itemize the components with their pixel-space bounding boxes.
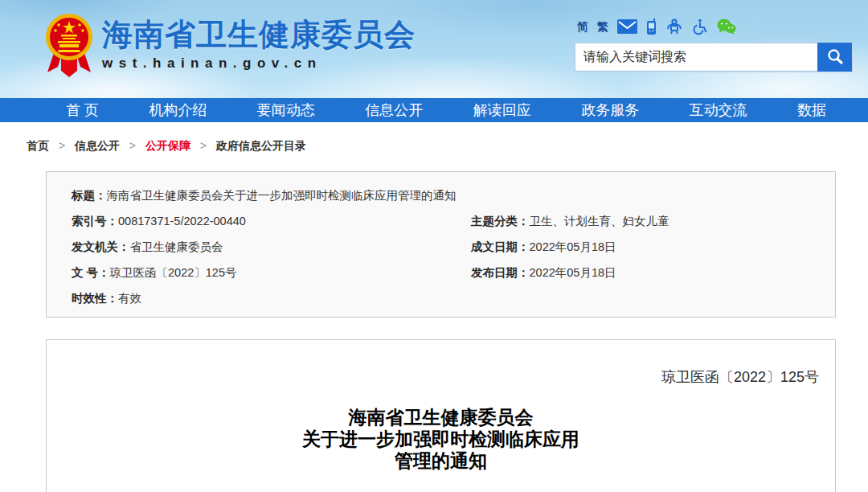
meta-index-number: 索引号： 00817371-5/2022-00440	[72, 208, 471, 234]
meta-date-pub-label: 发布日期：	[471, 260, 530, 285]
breadcrumb-separator: >	[129, 139, 136, 152]
meta-validity: 时效性： 有效	[72, 285, 141, 311]
search-button[interactable]	[817, 43, 852, 72]
document-title-line-3: 管理的通知	[395, 450, 487, 471]
search-input[interactable]	[575, 43, 817, 72]
meta-row-agency: 发文机关： 省卫生健康委员会 成文日期： 2022年05月18日	[72, 234, 835, 260]
meta-title: 标题： 海南省卫生健康委员会关于进一步加强即时检测临床应用管理的通知	[72, 182, 457, 208]
meta-date-written-value: 2022年05月18日	[530, 234, 616, 260]
page: 海南省卫生健康委员会 wst.hainan.gov.cn 简 繁	[0, 0, 868, 492]
quick-icons-row: 简 繁	[577, 18, 852, 35]
meta-index-label: 索引号：	[72, 208, 118, 234]
breadcrumb-gov-info-catalog[interactable]: 政府信息公开目录	[216, 139, 306, 152]
breadcrumb: 首页 > 信息公开 > 公开保障 > 政府信息公开目录	[0, 122, 868, 154]
document-title-line-2: 关于进一步加强即时检测临床应用	[302, 428, 579, 449]
site-title: 海南省卫生健康委员会	[102, 19, 416, 51]
nav-item-interaction[interactable]: 互动交流	[690, 98, 747, 122]
meta-title-label: 标题：	[72, 182, 107, 208]
meta-row-title: 标题： 海南省卫生健康委员会关于进一步加强即时检测临床应用管理的通知	[72, 182, 835, 208]
nav-item-info-disclosure[interactable]: 信息公开	[365, 98, 423, 122]
meta-topic-label: 主题分类：	[471, 208, 530, 234]
header-right: 简 繁	[575, 18, 852, 72]
meta-agency-label: 发文机关：	[72, 234, 130, 260]
main-nav: 首 页 机构介绍 要闻动态 信息公开 解读回应 政务服务 互动交流 数据	[0, 98, 868, 122]
meta-validity-label: 时效性：	[72, 285, 118, 311]
nav-item-gov-services[interactable]: 政务服务	[581, 98, 639, 122]
nav-item-org-intro[interactable]: 机构介绍	[149, 98, 207, 122]
site-header: 海南省卫生健康委员会 wst.hainan.gov.cn 简 繁	[0, 0, 868, 98]
wheelchair-accessibility-icon[interactable]	[692, 18, 708, 35]
meta-doc-number: 文 号： 琼卫医函〔2022〕125号	[72, 260, 471, 285]
breadcrumb-home[interactable]: 首页	[27, 139, 49, 152]
breadcrumb-info-disclosure[interactable]: 信息公开	[75, 139, 120, 152]
nav-item-news[interactable]: 要闻动态	[257, 98, 315, 122]
nav-item-data[interactable]: 数据	[797, 98, 826, 122]
meta-doc-no-label: 文 号：	[72, 260, 110, 285]
meta-topic-value: 卫生、计划生育、妇女儿童	[530, 208, 669, 234]
meta-agency-value: 省卫生健康委员会	[130, 234, 223, 260]
document-title-line-1: 海南省卫生健康委员会	[349, 407, 534, 428]
document-meta-box: 标题： 海南省卫生健康委员会关于进一步加强即时检测临床应用管理的通知 索引号： …	[46, 171, 836, 318]
meta-date-pub-value: 2022年05月18日	[530, 260, 616, 285]
breadcrumb-separator: >	[200, 139, 207, 152]
nav-item-interpretation[interactable]: 解读回应	[473, 98, 531, 122]
lang-simplified-button[interactable]: 简	[577, 18, 588, 35]
national-emblem-logo	[44, 13, 94, 82]
meta-issuing-agency: 发文机关： 省卫生健康委员会	[72, 234, 471, 260]
mail-icon[interactable]	[617, 19, 637, 34]
meta-row-index: 索引号： 00817371-5/2022-00440 主题分类： 卫生、计划生育…	[72, 208, 835, 234]
meta-row-doc-number: 文 号： 琼卫医函〔2022〕125号 发布日期： 2022年05月18日	[72, 260, 835, 285]
brand-text: 海南省卫生健康委员会 wst.hainan.gov.cn	[102, 13, 416, 72]
meta-doc-no-value: 琼卫医函〔2022〕125号	[110, 260, 237, 285]
document-reference-number: 琼卫医函〔2022〕125号	[47, 367, 835, 387]
meta-index-value: 00817371-5/2022-00440	[118, 208, 246, 234]
site-brand[interactable]: 海南省卫生健康委员会 wst.hainan.gov.cn	[44, 13, 416, 82]
meta-date-written: 成文日期： 2022年05月18日	[471, 234, 616, 260]
breadcrumb-public-guarantee[interactable]: 公开保障	[145, 139, 190, 152]
mobile-phone-icon[interactable]	[646, 18, 657, 35]
meta-title-value: 海南省卫生健康委员会关于进一步加强即时检测临床应用管理的通知	[107, 182, 457, 208]
lang-traditional-button[interactable]: 繁	[597, 18, 608, 35]
wechat-icon[interactable]	[717, 18, 736, 35]
meta-topic-category: 主题分类： 卫生、计划生育、妇女儿童	[471, 208, 669, 234]
meta-validity-value: 有效	[118, 285, 141, 311]
site-domain: wst.hainan.gov.cn	[102, 55, 416, 72]
breadcrumb-separator: >	[59, 139, 65, 152]
magnifier-icon	[826, 47, 844, 68]
document-title: 海南省卫生健康委员会 关于进一步加强即时检测临床应用 管理的通知	[47, 407, 835, 472]
nav-item-home[interactable]: 首 页	[66, 98, 99, 122]
search-bar	[575, 43, 852, 72]
robot-icon[interactable]	[665, 18, 683, 35]
document-content-box: 琼卫医函〔2022〕125号 海南省卫生健康委员会 关于进一步加强即时检测临床应…	[46, 339, 836, 492]
meta-date-published: 发布日期： 2022年05月18日	[471, 260, 616, 285]
meta-row-validity: 时效性： 有效	[72, 285, 835, 311]
meta-date-written-label: 成文日期：	[471, 234, 530, 260]
